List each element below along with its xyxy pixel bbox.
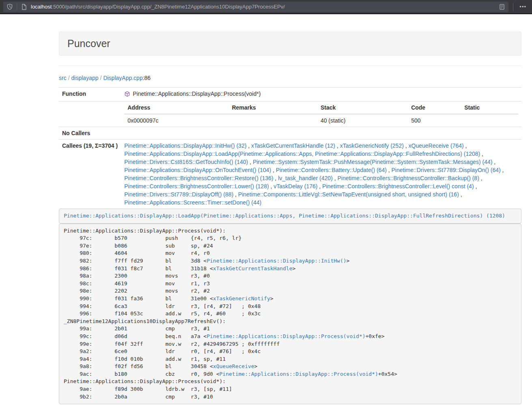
callee-link[interactable]: Pinetime::Controllers::BrightnessControl… [124,183,269,190]
col-stack: Stack [317,101,408,114]
callee-link[interactable]: xQueueReceive (764) [409,142,464,149]
callee-separator: , [233,191,238,198]
callee-link[interactable]: Pinetime::Controllers::BrightnessControl… [322,183,474,190]
callee-separator: , [387,167,392,173]
callee-separator: , [480,151,483,157]
url-path: :5000/path/src/displayapp/DisplayApp.cpp… [52,4,285,10]
callee-separator: , [248,159,253,165]
col-code: Code [408,101,461,114]
breadcrumb-link[interactable]: displayapp [71,75,99,81]
callees-list: Pinetime::Applications::DisplayApp::Init… [121,140,521,209]
callee-link[interactable]: Pinetime::Drivers::Cst816S::GetTouchInfo… [124,159,248,165]
callee-separator: , [459,191,462,198]
asm-symbol-link[interactable]: xTaskGetCurrentTaskHandle [213,265,293,271]
remarks-value [228,114,317,127]
asm-symbol-link[interactable]: Pinetime::Applications::DisplayApp::Proc… [220,371,378,377]
col-remarks: Remarks [228,101,317,114]
function-label: Function [59,88,121,101]
asm-symbol-link[interactable]: Pinetime::Applications::DisplayApp::Init… [207,258,346,264]
callee-link[interactable]: Pinetime::Applications::DisplayApp::OnTo… [124,167,271,173]
details-cell: Address Remarks Stack Code Static 0x0000… [121,101,521,127]
code-value: 500 [408,114,461,127]
shield-icon[interactable] [6,4,13,10]
callee-link[interactable]: Pinetime::Applications::DisplayApp::Load… [124,151,480,157]
stack-value: 40 (static) [317,114,408,127]
table-row: Address Remarks Stack Code Static 0x0000… [59,101,521,127]
callee-link[interactable]: Pinetime::Controllers::BrightnessControl… [337,175,479,181]
callee-separator: , [333,175,338,181]
disassembly: Pinetime::Applications::DisplayApp::Proc… [59,224,521,405]
callee-separator: , [492,159,495,165]
col-static: Static [461,101,518,114]
callee-separator: , [335,142,340,149]
breadcrumb-link[interactable]: DisplayApp.cpp [103,75,142,81]
callee-separator: , [464,142,467,149]
callee-link[interactable]: Pinetime::Applications::Screens::Timer::… [124,199,261,206]
no-callers-label: No Callers [59,127,121,140]
callees-label: Callees (19, Σ=3704 ) [59,140,121,209]
package-icon [124,91,130,99]
callee-separator: , [501,167,504,173]
url-bar-divider [17,3,17,11]
url-bar[interactable]: localhost:5000/path/src/displayapp/Displ… [3,2,508,12]
table-row: Callees (19, Σ=3704 ) Pinetime::Applicat… [59,140,521,209]
callee-separator: , [273,175,278,181]
callee-link[interactable]: vTaskDelay (176) [274,183,317,190]
function-name: Pinetime::Applications::DisplayApp::Proc… [133,90,261,97]
asm-symbol-link[interactable]: xTaskGenericNotify [213,295,270,302]
callee-link[interactable]: xTaskGenericNotify (252) [340,142,404,149]
callers-cell [121,127,521,140]
callee-separator: , [474,183,477,190]
app-header: Puncover [59,32,521,56]
breadcrumb-link[interactable]: src [59,75,67,81]
callee-separator: , [246,142,251,149]
details-table: Address Remarks Stack Code Static 0x0000… [124,101,518,127]
table-row: No Callers [59,127,521,140]
breadcrumb-separator: / [99,75,103,81]
callee-link[interactable]: Pinetime::Drivers::St7789::DisplayOn() (… [392,167,501,173]
callee-link[interactable]: Pinetime::Controllers::BrightnessControl… [124,175,273,181]
callee-link[interactable]: Pinetime::Drivers::St7789::DisplayOff() … [124,191,233,198]
callee-link[interactable]: lv_task_handler (420) [278,175,333,181]
breadcrumb-line-number: :86 [143,75,151,81]
callee-separator: , [404,142,409,149]
loadapp-link[interactable]: Pinetime::Applications::DisplayApp::Load… [64,213,505,219]
table-row: 0x0000097c 40 (static) 500 [124,114,518,127]
col-address: Address [124,101,228,114]
page-icon[interactable] [21,4,27,10]
breadcrumb-separator: / [67,75,71,81]
address-value: 0x0000097c [124,114,228,127]
callee-separator: , [271,167,276,173]
callee-link[interactable]: Pinetime::Controllers::Battery::Update()… [276,167,387,173]
callee-separator: , [269,183,274,190]
menu-icon[interactable]: ••• [518,4,528,9]
asm-symbol-link[interactable]: Pinetime::Applications::DisplayApp::Proc… [207,333,365,339]
function-name-cell: Pinetime::Applications::DisplayApp::Proc… [121,88,521,101]
page-title: Puncover [67,38,513,50]
table-row: Function Pinetime::Applications::Display… [59,88,521,101]
breadcrumb: src/displayapp/DisplayApp.cpp:86 [59,74,521,82]
divider [59,65,521,66]
asm-symbol-link[interactable]: xQueueReceive [213,363,254,369]
url-host: localhost [31,4,52,10]
empty-cell [59,101,121,127]
reader-mode-icon[interactable] [499,4,505,10]
callee-separator: , [479,175,482,181]
function-table: Function Pinetime::Applications::Display… [59,87,521,209]
callee-separator: , [317,183,322,190]
callee-link[interactable]: Pinetime::Applications::DisplayApp::Init… [124,142,246,149]
page-container: Puncover src/displayapp/DisplayApp.cpp:8… [59,32,521,404]
static-value [461,114,518,127]
url-text[interactable]: localhost:5000/path/src/displayapp/Displ… [31,4,499,10]
highlighted-symbol-box: Pinetime::Applications::DisplayApp::Load… [59,209,521,224]
callee-link[interactable]: Pinetime::System::SystemTask::PushMessag… [253,159,493,165]
browser-toolbar: localhost:5000/path/src/displayapp/Displ… [0,0,532,14]
callee-link[interactable]: Pinetime::Components::LittleVgl::SetNewT… [238,191,459,198]
toolbar-divider [513,3,513,11]
callee-link[interactable]: xTaskGetCurrentTaskHandle (12) [251,142,335,149]
